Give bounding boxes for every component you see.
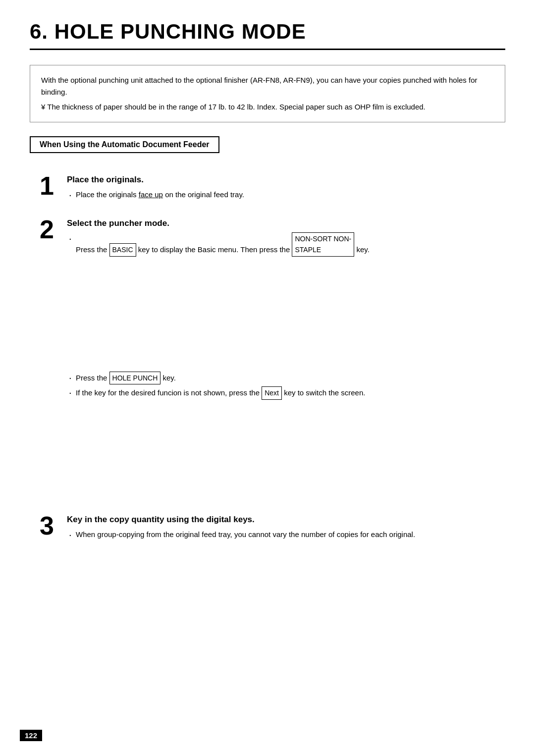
mid-bullet-1: Press the HOLE PUNCH key. bbox=[67, 372, 505, 384]
intro-line2: ¥ The thickness of paper should be in th… bbox=[41, 101, 494, 113]
section-header: When Using the Automatic Document Feeder bbox=[30, 136, 219, 153]
intro-line1: With the optional punching unit attached… bbox=[41, 74, 494, 98]
page-number: 122 bbox=[20, 730, 42, 741]
mid-bullet-2: If the key for the desired funcion is no… bbox=[67, 386, 505, 399]
step-1-title: Place the originals. bbox=[67, 175, 505, 185]
page-title: 6. HOLE PUNCHING MODE bbox=[30, 20, 505, 50]
step-2-content: Select the puncher mode. Press the BASIC… bbox=[67, 216, 505, 259]
step-2-bullet-1: Press the BASIC key to display the Basic… bbox=[67, 232, 505, 257]
next-key: Next bbox=[262, 386, 282, 399]
basic-key: BASIC bbox=[109, 243, 136, 256]
step-1-content: Place the originals. Place the originals… bbox=[67, 173, 505, 203]
step-3-content: Key in the copy quantity using the digit… bbox=[67, 513, 505, 542]
spacer-2 bbox=[30, 414, 505, 513]
step-2-number: 2 bbox=[40, 216, 67, 242]
step-3-number: 3 bbox=[40, 513, 67, 539]
step-2-title: Select the puncher mode. bbox=[67, 218, 505, 228]
step-2-body: Press the BASIC key to display the Basic… bbox=[67, 232, 505, 257]
steps-container-2: 3 Key in the copy quantity using the dig… bbox=[30, 513, 505, 542]
step-1-bullet-1: Place the originals face up on the origi… bbox=[67, 189, 505, 201]
spacer-1 bbox=[30, 272, 505, 372]
step-1: 1 Place the originals. Place the origina… bbox=[40, 173, 505, 203]
step-3-title: Key in the copy quantity using the digit… bbox=[67, 515, 505, 525]
step-1-number: 1 bbox=[40, 173, 67, 199]
step-3-bullet-1: When group-copying from the original fee… bbox=[67, 529, 505, 540]
step-2: 2 Select the puncher mode. Press the BAS… bbox=[40, 216, 505, 259]
page: 6. HOLE PUNCHING MODE With the optional … bbox=[0, 0, 535, 756]
mid-bullets: Press the HOLE PUNCH key. If the key for… bbox=[30, 372, 505, 400]
step-3: 3 Key in the copy quantity using the dig… bbox=[40, 513, 505, 542]
step-1-underline: face up bbox=[139, 190, 163, 199]
hole-punch-key: HOLE PUNCH bbox=[109, 372, 161, 384]
step-3-body: When group-copying from the original fee… bbox=[67, 529, 505, 540]
intro-box: With the optional punching unit attached… bbox=[30, 65, 505, 122]
non-sort-key: NON-SORT NON-STAPLE bbox=[292, 232, 354, 257]
steps-container: 1 Place the originals. Place the origina… bbox=[30, 173, 505, 259]
step-1-body: Place the originals face up on the origi… bbox=[67, 189, 505, 201]
